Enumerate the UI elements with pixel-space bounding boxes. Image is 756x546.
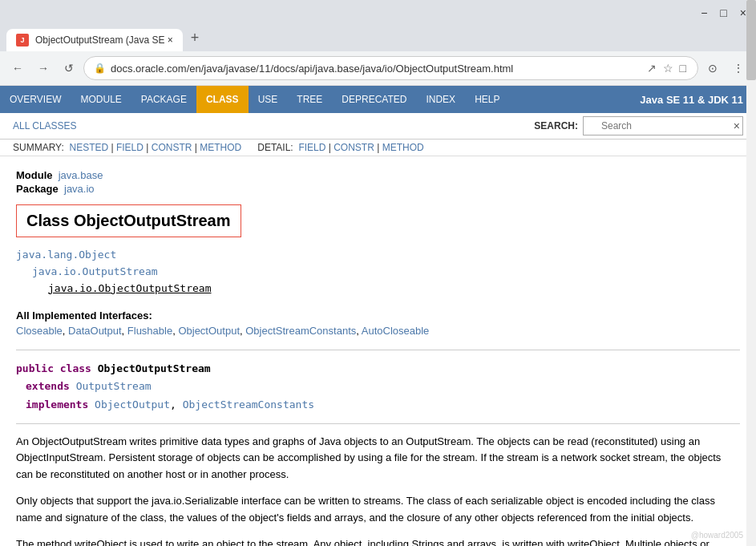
forward-button[interactable]: → (32, 57, 55, 79)
module-label: Module (16, 169, 53, 181)
nav-module[interactable]: MODULE (71, 86, 131, 113)
title-bar: − □ × (0, 0, 756, 22)
nav-tree[interactable]: TREE (287, 86, 332, 113)
inherit-link-1[interactable]: java.io.OutputStream (32, 265, 158, 277)
all-classes-area: ALL CLASSES (13, 120, 77, 131)
refresh-button[interactable]: ↺ (58, 57, 80, 79)
sub-nav: ALL CLASSES SEARCH: 🔍 × (0, 113, 756, 140)
iface-dataoutput[interactable]: DataOutput (68, 325, 122, 337)
module-value[interactable]: java.base (59, 169, 103, 181)
interface-links: Closeable, DataOutput, Flushable, Object… (16, 325, 740, 337)
description-1: An ObjectOutputStream writes primitive d… (16, 434, 740, 483)
address-text: docs.oracle.com/en/java/javase/11/docs/a… (111, 63, 641, 75)
module-info: Module java.base (16, 169, 740, 181)
scrollbar-thumb[interactable] (746, 0, 756, 80)
separator-2 (16, 423, 740, 424)
class-name-bold: ObjectOutputStream (98, 362, 211, 374)
search-wrapper: 🔍 × (583, 116, 743, 135)
summary-field[interactable]: FIELD (116, 142, 144, 153)
nav-overview[interactable]: OVERVIEW (0, 86, 71, 113)
nav-help[interactable]: HELP (465, 86, 509, 113)
inherit-1: java.io.OutputStream (16, 264, 740, 281)
iface-objectoutput[interactable]: ObjectOutput (178, 325, 240, 337)
bookmark-icon-btn[interactable]: ☆ (661, 60, 675, 76)
separator-1 (16, 350, 740, 350)
summary-constr[interactable]: CONSTR (152, 142, 192, 153)
inherit-2: java.io.ObjectOutputStream (16, 281, 740, 297)
address-bar[interactable]: 🔒 docs.oracle.com/en/java/javase/11/docs… (83, 56, 698, 80)
javadoc-nav: OVERVIEW MODULE PACKAGE CLASS USE TREE D… (0, 86, 756, 113)
new-tab-button[interactable]: + (183, 25, 208, 51)
back-button[interactable]: ← (6, 57, 29, 79)
watermark: @howard2005 (691, 531, 743, 540)
code-block: public class ObjectOutputStream extends … (16, 360, 740, 413)
interfaces-section: All Implemented Interfaces: Closeable, D… (16, 309, 740, 337)
all-classes-link[interactable]: ALL CLASSES (13, 120, 77, 131)
detail-field[interactable]: FIELD (298, 142, 325, 153)
detail-method[interactable]: METHOD (382, 142, 424, 153)
iface-closeable[interactable]: Closeable (16, 325, 63, 337)
description-2: Only objects that support the java.io.Se… (16, 493, 740, 527)
iface-autocloseable[interactable]: AutoCloseable (362, 325, 430, 337)
share-icon-btn[interactable]: ↗ (645, 60, 658, 76)
nav-use[interactable]: USE (249, 86, 288, 113)
search-label: SEARCH: (534, 120, 578, 131)
inherit-link-0[interactable]: java.lang.Object (16, 249, 116, 261)
tab-favicon: J (16, 34, 29, 47)
tab-bar: J ObjectOutputStream (Java SE × + (0, 22, 756, 51)
package-label: Package (16, 183, 59, 195)
scrollbar[interactable] (746, 0, 756, 546)
code-line-3: implements ObjectOutput, ObjectStreamCon… (16, 396, 740, 414)
nav-index[interactable]: INDEX (416, 86, 465, 113)
extends-link[interactable]: OutputStream (76, 380, 152, 392)
tab-label: ObjectOutputStream (Java SE × (35, 34, 173, 46)
iface-flushable[interactable]: Flushable (127, 325, 172, 337)
interfaces-label: All Implemented Interfaces: (16, 309, 740, 322)
package-value[interactable]: java.io (64, 183, 95, 195)
summary-bar: SUMMARY: NESTED | FIELD | CONSTR | METHO… (0, 140, 756, 156)
code-line-2: extends OutputStream (16, 378, 740, 395)
detail-label: DETAIL: (257, 142, 293, 153)
detail-constr[interactable]: CONSTR (334, 142, 374, 153)
minimize-button[interactable]: − (697, 5, 710, 21)
nav-links: OVERVIEW MODULE PACKAGE CLASS USE TREE D… (0, 86, 510, 113)
search-area: SEARCH: 🔍 × (534, 116, 743, 135)
maximize-button[interactable]: □ (717, 5, 730, 21)
sidebar-toggle-btn[interactable]: □ (678, 60, 688, 76)
version-text: Java SE 11 & JDK 11 (640, 94, 756, 106)
iface-objectstreamconstants[interactable]: ObjectStreamConstants (245, 325, 356, 337)
summary-method[interactable]: METHOD (200, 142, 241, 153)
description-3: The method writeObject is used to write … (16, 536, 740, 546)
inheritance-tree: java.lang.Object java.io.OutputStream ja… (16, 247, 740, 297)
impl-link-1[interactable]: ObjectOutput (95, 398, 170, 411)
impl-link-2[interactable]: ObjectStreamConstants (183, 398, 314, 411)
kw-implements: implements (26, 398, 95, 411)
window-controls[interactable]: − □ × (697, 5, 750, 21)
kw-extends: extends (26, 380, 76, 392)
search-input[interactable] (583, 116, 743, 135)
address-icons[interactable]: ↗ ☆ □ (645, 60, 688, 76)
lock-icon: 🔒 (94, 63, 106, 74)
package-info: Package java.io (16, 183, 740, 195)
code-line-1: public class ObjectOutputStream (16, 360, 740, 378)
inherit-current: java.io.ObjectOutputStream (48, 282, 212, 294)
class-title: Class ObjectOutputStream (26, 212, 231, 230)
kw-public: public class (16, 362, 98, 374)
nav-deprecated[interactable]: DEPRECATED (332, 86, 416, 113)
nav-class[interactable]: CLASS (196, 86, 249, 113)
inherit-0: java.lang.Object (16, 247, 740, 264)
main-content: Module java.base Package java.io Class O… (0, 156, 756, 546)
summary-nested[interactable]: NESTED (69, 142, 108, 153)
nav-bar: ← → ↺ 🔒 docs.oracle.com/en/java/javase/1… (0, 51, 756, 86)
active-tab[interactable]: J ObjectOutputStream (Java SE × (6, 29, 183, 51)
summary-label: SUMMARY: (13, 142, 64, 153)
comma: , (170, 398, 183, 411)
profile-button[interactable]: ⊙ (701, 57, 724, 79)
nav-package[interactable]: PACKAGE (131, 86, 196, 113)
class-title-box: Class ObjectOutputStream (16, 204, 241, 237)
search-clear-button[interactable]: × (734, 119, 740, 132)
